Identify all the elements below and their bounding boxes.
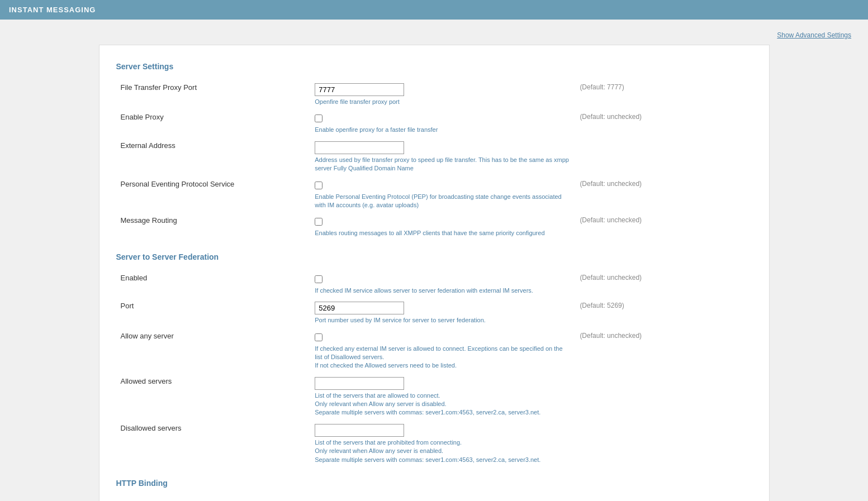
input-external-address[interactable] <box>315 141 404 154</box>
field-input-cell-http-binding-enable <box>310 497 575 501</box>
field-row-file-transfer-proxy-port: File Transfer Proxy PortOpenfire file tr… <box>116 80 752 109</box>
field-default-enable-proxy: (Default: unchecked) <box>575 109 752 137</box>
field-default-disallowed-servers <box>575 421 752 467</box>
hint-external-address: Address used by file transfer proxy to s… <box>315 156 571 173</box>
section-title-server-federation: Server to Server Federation <box>116 252 752 261</box>
section-table-http-binding: Enable(Default: unchecked) <box>116 497 752 501</box>
field-label-allow-any-server: Allow any server <box>116 328 311 374</box>
section-table-server-settings: File Transfer Proxy PortOpenfire file tr… <box>116 80 752 241</box>
input-file-transfer-proxy-port[interactable] <box>315 83 404 96</box>
hint-message-routing: Enables routing messages to all XMPP cli… <box>315 229 571 237</box>
section-title-http-binding: HTTP Binding <box>116 479 752 488</box>
field-row-federation-port: PortPort number used by IM service for s… <box>116 298 752 328</box>
field-default-http-binding-enable: (Default: unchecked) <box>575 497 752 501</box>
field-input-cell-federation-port: Port number used by IM service for serve… <box>310 298 575 328</box>
field-input-cell-personal-eventing-protocol: Enable Personal Eventing Protocol (PEP) … <box>310 176 575 213</box>
field-default-external-address <box>575 138 752 176</box>
hint-personal-eventing-protocol: Enable Personal Eventing Protocol (PEP) … <box>315 193 571 210</box>
field-label-message-routing: Message Routing <box>116 213 311 241</box>
field-default-file-transfer-proxy-port: (Default: 7777) <box>575 80 752 109</box>
field-row-enable-proxy: Enable ProxyEnable openfire proxy for a … <box>116 109 752 137</box>
field-label-personal-eventing-protocol: Personal Eventing Protocol Service <box>116 176 311 213</box>
field-label-enable-proxy: Enable Proxy <box>116 109 311 137</box>
field-label-allowed-servers: Allowed servers <box>116 374 311 421</box>
field-label-external-address: External Address <box>116 138 311 176</box>
field-row-federation-enabled: EnabledIf checked IM service allows serv… <box>116 270 752 298</box>
hint-enable-proxy: Enable openfire proxy for a faster file … <box>315 126 571 134</box>
field-row-message-routing: Message RoutingEnables routing messages … <box>116 213 752 241</box>
field-input-cell-allow-any-server: If checked any external IM server is all… <box>310 328 575 374</box>
field-default-federation-enabled: (Default: unchecked) <box>575 270 752 298</box>
checkbox-message-routing[interactable] <box>315 218 322 226</box>
field-label-file-transfer-proxy-port: File Transfer Proxy Port <box>116 80 311 109</box>
field-row-external-address: External AddressAddress used by file tra… <box>116 138 752 176</box>
field-input-cell-federation-enabled: If checked IM service allows server to s… <box>310 270 575 298</box>
hint-disallowed-servers: List of the servers that are prohibited … <box>315 438 571 464</box>
show-advanced-link[interactable]: Show Advanced Settings <box>777 31 851 39</box>
field-row-disallowed-servers: Disallowed serversList of the servers th… <box>116 421 752 467</box>
field-input-cell-external-address: Address used by file transfer proxy to s… <box>310 138 575 176</box>
field-row-personal-eventing-protocol: Personal Eventing Protocol ServiceEnable… <box>116 176 752 213</box>
input-allowed-servers[interactable] <box>315 377 404 390</box>
field-default-allow-any-server: (Default: unchecked) <box>575 328 752 374</box>
checkbox-personal-eventing-protocol[interactable] <box>315 182 322 189</box>
checkbox-federation-enabled[interactable] <box>315 275 322 283</box>
field-row-http-binding-enable: Enable(Default: unchecked) <box>116 497 752 501</box>
page-header: INSTANT MESSAGING <box>0 0 868 20</box>
hint-federation-port: Port number used by IM service for serve… <box>315 316 571 325</box>
hint-allowed-servers: List of the servers that are allowed to … <box>315 392 571 417</box>
hint-federation-enabled: If checked IM service allows server to s… <box>315 287 571 295</box>
section-table-server-federation: EnabledIf checked IM service allows serv… <box>116 270 752 467</box>
input-federation-port[interactable] <box>315 302 404 314</box>
settings-card: Server SettingsFile Transfer Proxy PortO… <box>99 45 770 501</box>
hint-file-transfer-proxy-port: Openfire file transfer proxy port <box>315 98 571 106</box>
input-disallowed-servers[interactable] <box>315 424 404 437</box>
field-input-cell-enable-proxy: Enable openfire proxy for a faster file … <box>310 109 575 137</box>
field-label-federation-enabled: Enabled <box>116 270 311 298</box>
hint-allow-any-server: If checked any external IM server is all… <box>315 345 571 370</box>
field-input-cell-disallowed-servers: List of the servers that are prohibited … <box>310 421 575 467</box>
page-title: INSTANT MESSAGING <box>9 6 96 14</box>
field-label-federation-port: Port <box>116 298 311 328</box>
field-default-federation-port: (Default: 5269) <box>575 298 752 328</box>
field-default-message-routing: (Default: unchecked) <box>575 213 752 241</box>
field-input-cell-file-transfer-proxy-port: Openfire file transfer proxy port <box>310 80 575 109</box>
field-input-cell-message-routing: Enables routing messages to all XMPP cli… <box>310 213 575 241</box>
show-advanced-container: Show Advanced Settings <box>17 31 851 39</box>
checkbox-enable-proxy[interactable] <box>315 114 322 122</box>
field-label-disallowed-servers: Disallowed servers <box>116 421 311 467</box>
field-row-allowed-servers: Allowed serversList of the servers that … <box>116 374 752 421</box>
field-default-personal-eventing-protocol: (Default: unchecked) <box>575 176 752 213</box>
field-input-cell-allowed-servers: List of the servers that are allowed to … <box>310 374 575 421</box>
field-default-allowed-servers <box>575 374 752 421</box>
section-title-server-settings: Server Settings <box>116 62 752 71</box>
checkbox-allow-any-server[interactable] <box>315 333 322 341</box>
field-row-allow-any-server: Allow any serverIf checked any external … <box>116 328 752 374</box>
field-label-http-binding-enable: Enable <box>116 497 311 501</box>
